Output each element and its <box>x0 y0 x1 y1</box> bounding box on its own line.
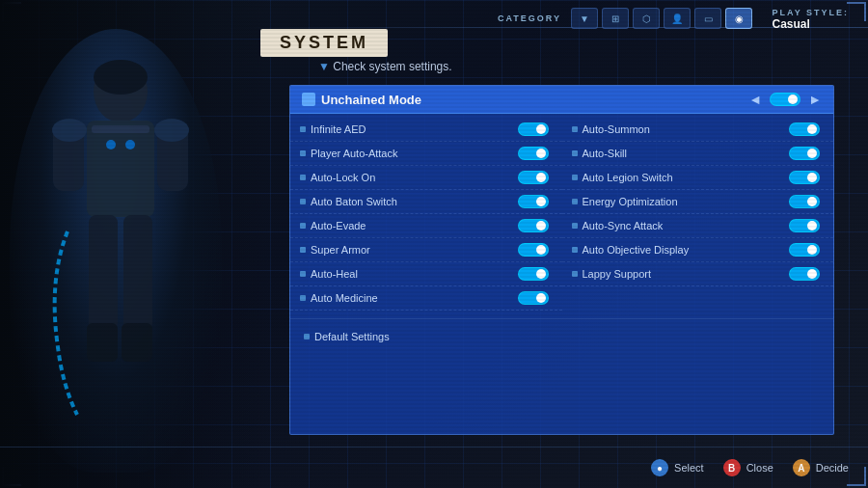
close-button[interactable]: B Close <box>723 459 773 476</box>
toggle-super-armor[interactable] <box>518 243 549 257</box>
toggle-right <box>518 219 549 232</box>
svg-rect-5 <box>89 215 118 331</box>
default-settings-row[interactable]: Default Settings <box>290 318 833 354</box>
toggle-right <box>789 219 820 232</box>
toggle-auto-heal[interactable] <box>518 267 549 281</box>
toggle-right <box>789 267 820 281</box>
cat-icon-person[interactable]: 👤 <box>664 8 691 29</box>
setting-auto-heal[interactable]: Auto-Heal <box>290 262 562 286</box>
toggle-energy-optimization[interactable] <box>789 195 820 208</box>
setting-auto-baton-switch[interactable]: Auto Baton Switch <box>290 190 562 214</box>
character-svg <box>29 39 212 463</box>
label-text: Auto Objective Display <box>583 244 690 256</box>
setting-label-auto-baton-switch: Auto Baton Switch <box>300 196 397 207</box>
decide-button[interactable]: A Decide <box>793 459 849 476</box>
setting-auto-lock-on[interactable]: Auto-Lock On <box>290 166 562 190</box>
setting-label-super-armor: Super Armor <box>300 244 370 256</box>
cat-icon-box[interactable]: ▭ <box>694 8 721 29</box>
settings-panel: Unchained Mode ◄ ► Infinite AED Auto-Sum… <box>289 85 834 435</box>
setting-label-auto-summon: Auto-Summon <box>572 123 650 135</box>
setting-energy-optimization[interactable]: Energy Optimization <box>562 190 834 214</box>
setting-label-player-auto-attack: Player Auto-Attack <box>300 148 398 159</box>
decide-btn-icon: A <box>793 459 810 476</box>
label-text: Player Auto-Attack <box>311 148 398 159</box>
bullet-icon <box>572 150 578 156</box>
label-text: Auto Legion Switch <box>583 172 673 183</box>
setting-auto-summon[interactable]: Auto-Summon <box>562 118 834 142</box>
cat-icon-active[interactable]: ◉ <box>725 8 752 29</box>
arrow-left[interactable]: ◄ <box>748 92 762 107</box>
close-btn-icon: B <box>723 459 741 476</box>
setting-auto-evade[interactable]: Auto-Evade <box>290 214 562 238</box>
svg-rect-7 <box>87 323 118 362</box>
setting-super-armor[interactable]: Super Armor <box>290 238 562 262</box>
setting-auto-objective-display[interactable]: Auto Objective Display <box>562 238 834 262</box>
unchained-toggle[interactable] <box>770 93 800 106</box>
toggle-right <box>789 147 820 160</box>
toggle-right <box>518 267 549 281</box>
bullet-icon <box>300 199 306 204</box>
setting-label-auto-legion-switch: Auto Legion Switch <box>572 172 673 183</box>
bullet-icon <box>300 150 306 156</box>
cat-icon-grid[interactable]: ⊞ <box>602 8 629 29</box>
toggle-auto-medicine[interactable] <box>518 291 549 305</box>
setting-label-auto-heal: Auto-Heal <box>300 268 358 280</box>
toggle-auto-legion-switch[interactable] <box>789 171 820 184</box>
bullet-icon <box>572 175 578 180</box>
svg-rect-9 <box>92 125 149 133</box>
setting-player-auto-attack[interactable]: Player Auto-Attack <box>290 142 562 166</box>
character-area <box>0 0 270 488</box>
toggle-auto-evade[interactable] <box>518 219 549 232</box>
setting-auto-legion-switch[interactable]: Auto Legion Switch <box>562 166 834 190</box>
select-button[interactable]: ● Select <box>651 459 704 476</box>
cat-icon-arrow[interactable]: ▼ <box>571 8 598 29</box>
toggle-right <box>518 171 549 184</box>
svg-rect-2 <box>87 121 154 217</box>
label-text: Auto-Summon <box>583 123 650 135</box>
setting-label-infinite-aed: Infinite AED <box>300 123 366 135</box>
default-settings-text: Default Settings <box>314 331 390 342</box>
play-style: PLAY STYLE: Casual <box>772 8 849 31</box>
toggle-auto-summon[interactable] <box>789 122 820 136</box>
toggle-auto-sync-attack[interactable] <box>789 219 820 232</box>
select-label: Select <box>674 462 704 474</box>
unchained-title: Unchained Mode <box>302 93 421 107</box>
setting-label-auto-evade: Auto-Evade <box>300 220 366 231</box>
setting-label-auto-lock-on: Auto-Lock On <box>300 172 375 183</box>
cat-icon-shield[interactable]: ⬡ <box>633 8 660 29</box>
svg-point-1 <box>94 60 148 95</box>
header-arrows: ◄ ► <box>748 92 822 107</box>
corner-decoration-tr <box>847 2 866 21</box>
toggle-auto-skill[interactable] <box>789 147 820 160</box>
label-text: Auto-Heal <box>311 268 358 280</box>
select-btn-icon: ● <box>651 459 668 476</box>
arrow-right[interactable]: ► <box>808 92 822 107</box>
setting-empty <box>562 286 834 311</box>
setting-auto-medicine[interactable]: Auto Medicine <box>290 286 562 311</box>
toggle-right <box>518 291 549 305</box>
play-style-label: PLAY STYLE: <box>772 8 849 17</box>
toggle-lappy-support[interactable] <box>789 267 820 281</box>
toggle-infinite-aed[interactable] <box>518 122 549 136</box>
system-title-box: SYSTEM <box>260 29 388 57</box>
bullet-icon <box>300 271 306 277</box>
setting-auto-skill[interactable]: Auto-Skill <box>562 142 834 166</box>
toggle-right <box>518 147 549 160</box>
label-text: Lappy Support <box>583 268 652 280</box>
toggle-player-auto-attack[interactable] <box>518 147 549 160</box>
label-text: Auto-Skill <box>583 148 627 159</box>
bullet-icon <box>572 271 578 277</box>
svg-point-13 <box>154 119 189 142</box>
toggle-right <box>518 122 549 136</box>
setting-lappy-support[interactable]: Lappy Support <box>562 262 834 286</box>
toggle-auto-lock-on[interactable] <box>518 171 549 184</box>
setting-auto-sync-attack[interactable]: Auto-Sync Attack <box>562 214 834 238</box>
setting-label-auto-sync-attack: Auto-Sync Attack <box>572 220 664 231</box>
setting-infinite-aed[interactable]: Infinite AED <box>290 118 562 142</box>
toggle-auto-baton-switch[interactable] <box>518 195 549 208</box>
setting-label-auto-skill: Auto-Skill <box>572 148 627 159</box>
close-label: Close <box>746 462 773 474</box>
toggle-right <box>789 171 820 184</box>
toggle-auto-objective-display[interactable] <box>789 243 820 257</box>
subtitle: Check system settings. <box>318 60 452 73</box>
